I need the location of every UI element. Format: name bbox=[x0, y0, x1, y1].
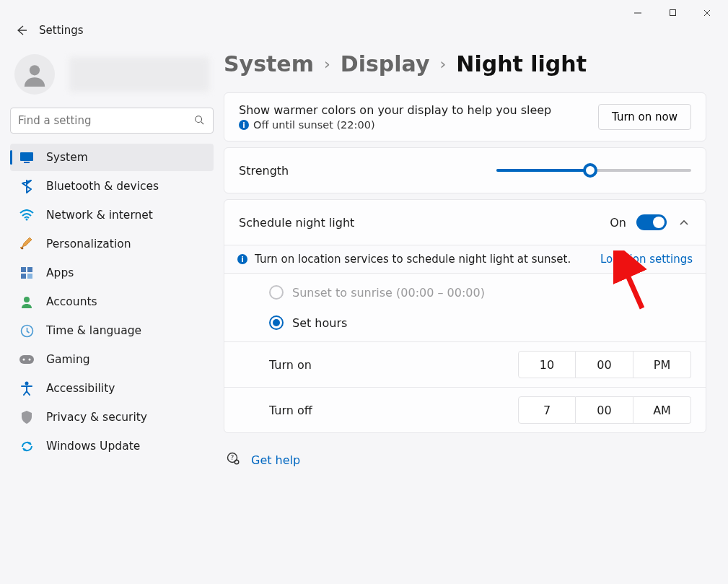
turn-on-hour[interactable]: 10 bbox=[518, 351, 576, 378]
help-icon: ? bbox=[227, 452, 240, 468]
svg-rect-12 bbox=[21, 274, 26, 279]
nav-accessibility[interactable]: Accessibility bbox=[10, 375, 214, 402]
summary-status: Off until sunset (22:00) bbox=[253, 119, 375, 131]
shield-icon bbox=[19, 409, 35, 425]
nav-apps[interactable]: Apps bbox=[10, 259, 214, 287]
nav-label: Windows Update bbox=[46, 440, 140, 453]
nav-time-language[interactable]: Time & language bbox=[10, 317, 214, 344]
radio-icon bbox=[269, 285, 284, 300]
breadcrumb-display[interactable]: Display bbox=[341, 51, 430, 77]
bluetooth-icon bbox=[19, 178, 35, 194]
svg-rect-11 bbox=[27, 267, 32, 272]
avatar bbox=[14, 54, 55, 95]
schedule-card: Schedule night light On i Turn on locati… bbox=[224, 199, 706, 433]
radio-label: Sunset to sunrise (00:00 – 00:00) bbox=[292, 286, 485, 300]
svg-line-6 bbox=[201, 121, 204, 124]
accessibility-icon bbox=[19, 380, 35, 396]
location-settings-link[interactable]: Location settings bbox=[600, 253, 693, 266]
nav-label: Personalization bbox=[46, 237, 131, 250]
person-icon bbox=[19, 294, 35, 310]
turn-on-minute[interactable]: 00 bbox=[576, 351, 633, 378]
night-light-summary-card: Show warmer colors on your display to he… bbox=[224, 92, 706, 141]
app-title: Settings bbox=[39, 24, 84, 37]
get-help-link[interactable]: ? Get help bbox=[224, 439, 706, 468]
turn-off-ampm[interactable]: AM bbox=[633, 396, 691, 424]
schedule-label: Schedule night light bbox=[239, 216, 354, 230]
sync-icon bbox=[19, 438, 35, 454]
turn-off-minute[interactable]: 00 bbox=[576, 396, 633, 424]
schedule-toggle[interactable] bbox=[636, 214, 667, 230]
strength-card: Strength bbox=[224, 147, 706, 193]
turn-on-time-picker[interactable]: 10 00 PM bbox=[518, 351, 691, 378]
nav-label: Apps bbox=[46, 266, 74, 279]
location-banner: i Turn on location services to schedule … bbox=[224, 245, 706, 274]
wifi-icon bbox=[19, 207, 35, 223]
help-label: Get help bbox=[251, 453, 300, 467]
strength-slider[interactable] bbox=[496, 163, 691, 178]
svg-point-9 bbox=[26, 219, 28, 221]
minimize-button[interactable] bbox=[621, 2, 654, 24]
nav-system[interactable]: System bbox=[10, 144, 214, 171]
turn-off-time-picker[interactable]: 7 00 AM bbox=[518, 396, 691, 424]
nav-gaming[interactable]: Gaming bbox=[10, 346, 214, 373]
nav-label: Privacy & security bbox=[46, 411, 147, 424]
schedule-mode-group: Sunset to sunrise (00:00 – 00:00) Set ho… bbox=[224, 274, 706, 341]
info-icon: i bbox=[237, 254, 247, 264]
nav-label: Gaming bbox=[46, 353, 90, 366]
turn-on-now-button[interactable]: Turn on now bbox=[598, 104, 691, 130]
svg-rect-10 bbox=[21, 267, 26, 272]
turn-off-hour[interactable]: 7 bbox=[518, 396, 576, 424]
turn-off-row: Turn off 7 00 AM bbox=[224, 387, 706, 432]
radio-icon bbox=[269, 315, 284, 330]
nav-windows-update[interactable]: Windows Update bbox=[10, 432, 214, 460]
svg-rect-16 bbox=[19, 355, 34, 364]
search-field[interactable] bbox=[18, 114, 194, 127]
summary-title: Show warmer colors on your display to he… bbox=[239, 103, 551, 117]
turn-on-row: Turn on 10 00 PM bbox=[224, 341, 706, 387]
nav-privacy[interactable]: Privacy & security bbox=[10, 404, 214, 431]
sidebar: System Bluetooth & devices Network & int… bbox=[0, 41, 224, 584]
radio-sunset-sunrise: Sunset to sunrise (00:00 – 00:00) bbox=[269, 285, 693, 300]
info-icon: i bbox=[239, 120, 249, 130]
strength-label: Strength bbox=[239, 164, 289, 178]
schedule-toggle-text: On bbox=[610, 216, 626, 230]
maximize-button[interactable] bbox=[656, 2, 689, 24]
chevron-right-icon: › bbox=[324, 55, 330, 73]
svg-rect-8 bbox=[24, 162, 30, 163]
nav-label: Time & language bbox=[46, 324, 141, 337]
banner-text: Turn on location services to schedule ni… bbox=[255, 253, 571, 266]
profile-info-redacted bbox=[69, 57, 209, 92]
svg-point-19 bbox=[25, 382, 29, 385]
paintbrush-icon bbox=[19, 236, 35, 252]
nav-label: System bbox=[46, 151, 88, 164]
back-button[interactable] bbox=[14, 23, 29, 38]
close-button[interactable] bbox=[690, 2, 724, 24]
globe-clock-icon bbox=[19, 323, 35, 339]
breadcrumb: System › Display › Night light bbox=[224, 47, 706, 92]
search-input[interactable] bbox=[10, 108, 214, 134]
nav-label: Network & internet bbox=[46, 209, 153, 222]
search-icon bbox=[194, 114, 206, 128]
nav-network[interactable]: Network & internet bbox=[10, 201, 214, 229]
nav-label: Accessibility bbox=[46, 382, 115, 395]
svg-point-17 bbox=[23, 359, 25, 361]
apps-icon bbox=[19, 265, 35, 281]
nav-accounts[interactable]: Accounts bbox=[10, 288, 214, 315]
nav-label: Bluetooth & devices bbox=[46, 180, 159, 193]
schedule-header[interactable]: Schedule night light On bbox=[224, 200, 706, 245]
svg-point-22 bbox=[234, 460, 239, 464]
radio-set-hours[interactable]: Set hours bbox=[269, 315, 693, 330]
svg-point-18 bbox=[29, 359, 31, 361]
svg-rect-7 bbox=[20, 152, 33, 161]
radio-label: Set hours bbox=[292, 316, 347, 330]
nav-personalization[interactable]: Personalization bbox=[10, 230, 214, 258]
nav-label: Accounts bbox=[46, 295, 97, 308]
svg-text:?: ? bbox=[231, 454, 234, 461]
turn-on-ampm[interactable]: PM bbox=[633, 351, 691, 378]
main-content: System › Display › Night light Show warm… bbox=[224, 41, 728, 584]
chevron-up-icon[interactable] bbox=[677, 219, 691, 226]
profile-block[interactable] bbox=[10, 47, 214, 108]
breadcrumb-system[interactable]: System bbox=[224, 51, 314, 77]
breadcrumb-night-light: Night light bbox=[456, 51, 587, 77]
nav-bluetooth[interactable]: Bluetooth & devices bbox=[10, 173, 214, 200]
